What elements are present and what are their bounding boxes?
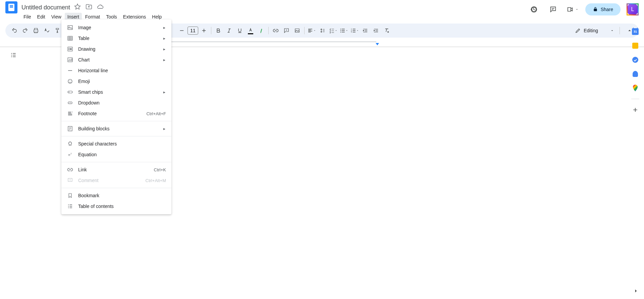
menu-item-label: Smart chips bbox=[78, 89, 163, 95]
submenu-arrow-icon: ► bbox=[163, 90, 166, 94]
menu-separator bbox=[61, 162, 171, 162]
addons-plus-icon[interactable] bbox=[632, 106, 639, 113]
menu-item-label: Footnote bbox=[78, 111, 146, 116]
insert-menu-item-comment: CommentCtrl+Alt+M bbox=[61, 175, 171, 186]
insert-menu-item-chart[interactable]: Chart► bbox=[61, 54, 171, 65]
toolbar-separator bbox=[211, 27, 211, 34]
align-button[interactable] bbox=[307, 26, 317, 36]
menu-item-label: Equation bbox=[78, 152, 166, 157]
underline-button[interactable] bbox=[235, 26, 245, 36]
insert-menu-item-horizontal-line[interactable]: Horizontal line bbox=[61, 65, 171, 76]
ruler-right-indent-marker[interactable] bbox=[376, 43, 379, 45]
insert-menu-item-emoji[interactable]: Emoji bbox=[61, 76, 171, 87]
numbered-list-button[interactable]: 123 bbox=[350, 26, 360, 36]
insert-menu-item-smart-chips[interactable]: Smart chips► bbox=[61, 87, 171, 97]
contacts-icon[interactable] bbox=[632, 71, 639, 77]
share-button[interactable]: Share bbox=[585, 3, 621, 15]
add-comment-button[interactable] bbox=[281, 26, 291, 36]
bold-button[interactable] bbox=[213, 26, 223, 36]
svg-point-17 bbox=[69, 92, 69, 92]
cloud-status-icon[interactable] bbox=[97, 3, 104, 11]
keep-icon[interactable] bbox=[632, 42, 639, 49]
meet-button[interactable] bbox=[566, 3, 579, 16]
print-button[interactable] bbox=[31, 26, 41, 36]
italic-button[interactable] bbox=[224, 26, 234, 36]
dropdown-icon bbox=[67, 99, 73, 106]
clear-formatting-button[interactable] bbox=[382, 26, 392, 36]
star-icon[interactable] bbox=[74, 3, 81, 11]
insert-menu-item-special-characters[interactable]: Special characters bbox=[61, 138, 171, 149]
toolbar-separator bbox=[304, 27, 305, 34]
insert-menu-item-table-of-contents[interactable]: Table of contents bbox=[61, 201, 171, 212]
menu-file[interactable]: File bbox=[21, 13, 34, 21]
menu-item-label: Special characters bbox=[78, 141, 166, 146]
indent-decrease-button[interactable] bbox=[360, 26, 370, 36]
bullet-list-button[interactable] bbox=[339, 26, 349, 36]
menu-item-label: Building blocks bbox=[78, 126, 163, 131]
insert-image-button[interactable] bbox=[292, 26, 302, 36]
menu-separator bbox=[61, 136, 171, 136]
font-size-decrease[interactable] bbox=[177, 26, 187, 36]
editing-mode-button[interactable]: Editing bbox=[572, 26, 618, 35]
insert-menu-item-building-blocks[interactable]: Building blocks► bbox=[61, 123, 171, 134]
font-size-increase[interactable] bbox=[199, 26, 209, 36]
image-icon bbox=[67, 24, 73, 31]
menu-item-label: Horizontal line bbox=[78, 68, 166, 73]
bookmark-icon bbox=[67, 192, 73, 199]
insert-menu-item-footnote[interactable]: 1FootnoteCtrl+Alt+F bbox=[61, 108, 171, 119]
font-size-input[interactable] bbox=[187, 27, 198, 35]
highlight-button[interactable] bbox=[256, 26, 266, 36]
svg-text:π: π bbox=[68, 153, 70, 157]
toolbar-separator bbox=[620, 27, 620, 34]
text-color-button[interactable] bbox=[246, 26, 256, 36]
submenu-arrow-icon: ► bbox=[163, 37, 166, 40]
insert-menu-item-link[interactable]: LinkCtrl+K bbox=[61, 164, 171, 175]
side-panel-expand-button[interactable] bbox=[631, 286, 641, 296]
insert-menu-item-bookmark[interactable]: Bookmark bbox=[61, 190, 171, 201]
blocks-icon bbox=[67, 125, 73, 132]
menu-item-label: Drawing bbox=[78, 46, 163, 52]
undo-button[interactable] bbox=[9, 26, 19, 36]
tasks-icon[interactable] bbox=[632, 56, 639, 63]
svg-rect-8 bbox=[68, 36, 72, 40]
calendar-icon[interactable]: 31 bbox=[632, 28, 639, 35]
insert-menu-item-dropdown[interactable]: Dropdown bbox=[61, 97, 171, 108]
chips-icon bbox=[67, 89, 73, 95]
menu-item-label: Table bbox=[78, 36, 163, 41]
svg-point-7 bbox=[69, 27, 69, 27]
checklist-button[interactable] bbox=[328, 26, 338, 36]
insert-menu-item-drawing[interactable]: Drawing► bbox=[61, 44, 171, 54]
table-icon bbox=[67, 35, 73, 42]
menu-item-label: Emoji bbox=[78, 79, 166, 84]
insert-menu-item-table[interactable]: Table► bbox=[61, 33, 171, 44]
comments-icon[interactable] bbox=[546, 3, 560, 16]
menu-edit[interactable]: Edit bbox=[35, 13, 48, 21]
svg-point-1 bbox=[340, 30, 341, 31]
maps-icon[interactable] bbox=[632, 85, 639, 91]
menu-item-shortcut: Ctrl+Alt+F bbox=[146, 111, 166, 116]
submenu-arrow-icon: ► bbox=[163, 58, 166, 62]
redo-button[interactable] bbox=[20, 26, 30, 36]
line-spacing-button[interactable] bbox=[317, 26, 327, 36]
docs-logo[interactable] bbox=[5, 1, 17, 13]
account-avatar[interactable]: L bbox=[627, 3, 639, 15]
move-icon[interactable] bbox=[86, 3, 92, 11]
insert-menu-dropdown: Image►Table►Drawing►Chart►Horizontal lin… bbox=[61, 19, 171, 214]
insert-menu-item-equation[interactable]: π2Equation bbox=[61, 149, 171, 160]
insert-menu-item-image[interactable]: Image► bbox=[61, 22, 171, 33]
submenu-arrow-icon: ► bbox=[163, 127, 166, 131]
insert-link-button[interactable] bbox=[271, 26, 281, 36]
history-icon[interactable] bbox=[527, 3, 540, 16]
spellcheck-button[interactable] bbox=[42, 26, 52, 36]
svg-point-2 bbox=[340, 32, 341, 32]
paint-format-button[interactable] bbox=[52, 26, 62, 36]
submenu-arrow-icon: ► bbox=[163, 47, 166, 51]
submenu-arrow-icon: ► bbox=[163, 26, 166, 30]
menu-item-shortcut: Ctrl+K bbox=[154, 167, 166, 172]
document-outline-button[interactable] bbox=[8, 50, 19, 60]
svg-point-15 bbox=[71, 81, 71, 81]
ruler-line bbox=[171, 42, 376, 42]
indent-increase-button[interactable] bbox=[371, 26, 381, 36]
document-title[interactable]: Untitled document bbox=[21, 4, 70, 11]
equation-icon: π2 bbox=[67, 151, 73, 158]
